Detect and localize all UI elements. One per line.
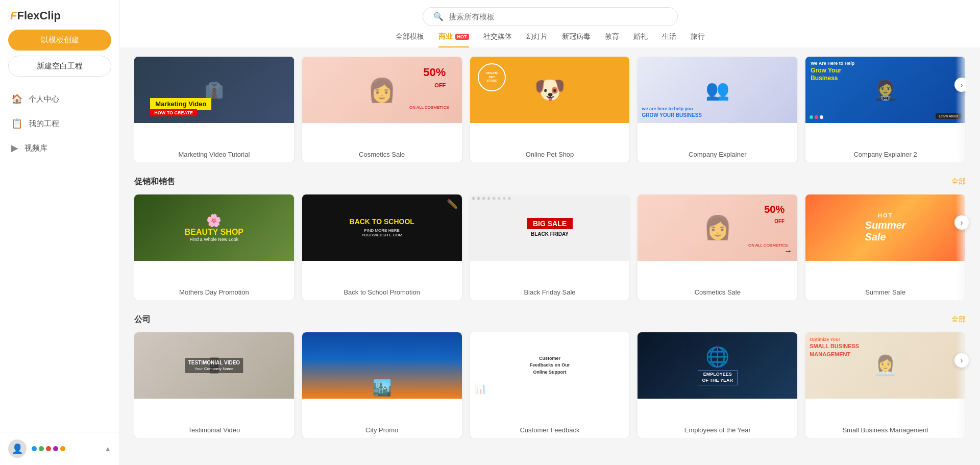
- template-card-back-to-school[interactable]: ✏️ BACK TO SCHOOL FIND MORE HEREYOURWEBS…: [302, 194, 462, 300]
- search-input[interactable]: [449, 12, 667, 21]
- thumbnail-cosmetics: 👩 50%OFF ON ALL COSMETICS: [302, 57, 462, 146]
- thumbnail-cosmetics-sale2: 👩 50%OFF ON ALL COSMETICS →: [638, 194, 797, 284]
- logo-f-icon: F: [10, 9, 17, 22]
- template-card-employees[interactable]: 🌐 EMPLOYEESOF THE YEAR Employees of the …: [638, 332, 797, 438]
- hot-badge: HOT: [455, 34, 469, 40]
- template-name-cosmetics: Cosmetics Sale: [302, 146, 462, 162]
- tab-covid[interactable]: 新冠病毒: [562, 32, 591, 47]
- template-card-cosmetics[interactable]: 👩 50%OFF ON ALL COSMETICS Cosmetics Sale: [302, 57, 462, 162]
- sidebar-nav: 🏠 个人中心 📋 我的工程 ▶ 视频库: [0, 87, 119, 432]
- color-palette: [32, 446, 65, 451]
- create-from-template-button[interactable]: 以模板创建: [8, 30, 111, 51]
- tab-commerce[interactable]: 商业 HOT: [438, 32, 469, 47]
- thumbnail-black-friday: ❄❄❄❄❄❄❄❄ BIG SALE BLACK FRIDAY: [470, 194, 630, 284]
- template-name-pet: Online Pet Shop: [470, 146, 630, 162]
- cosmetics2-detail: ON ALL COSMETICS: [748, 243, 788, 248]
- template-card-company2[interactable]: 🤵 We Are Here to HelpGrow YourBusiness L…: [805, 57, 965, 162]
- tab-slideshow[interactable]: 幻灯片: [526, 32, 548, 47]
- template-card-pet[interactable]: 🐶 ONLINEPETSTORE Online Pet Shop: [470, 57, 630, 162]
- employees-badge: EMPLOYEESOF THE YEAR: [698, 370, 738, 385]
- template-card-marketing[interactable]: 👔 Marketing Video HOW TO CREATE Marketin…: [134, 57, 294, 162]
- color-dot-red: [46, 446, 51, 451]
- promo-next-arrow[interactable]: ›: [954, 215, 969, 230]
- company-row-wrap: 📱 TESTIMONIAL VIDEOYour Company Name Tes…: [134, 332, 966, 438]
- thumbnail-back-to-school: ✏️ BACK TO SCHOOL FIND MORE HEREYOURWEBS…: [302, 194, 462, 284]
- sidebar-item-label-projects: 我的工程: [29, 119, 59, 129]
- template-card-small-biz[interactable]: 👩‍💼 Optimize YourSMALL BUSINESSMANAGEMEN…: [805, 332, 965, 438]
- tab-all[interactable]: 全部模板: [396, 32, 424, 47]
- people-icon: 👥: [705, 79, 729, 101]
- thumbnail-customer-feedback: CustomerFeedbacks on OurOnline Support 📊: [470, 332, 630, 422]
- search-bar-section: 🔍 全部模板 商业 HOT 社交媒体 幻灯片 新冠病毒 教育: [120, 0, 980, 47]
- beauty-shop-text: BEAUTY SHOP: [185, 228, 243, 237]
- company-section: 公司 全部 📱 TESTIMONIAL VIDEOYour Company Na…: [134, 314, 966, 438]
- school-sub: FIND MORE HEREYOURWEBSITE.COM: [361, 228, 402, 237]
- tab-life[interactable]: 生活: [662, 32, 676, 47]
- company-next-arrow[interactable]: ›: [954, 353, 969, 368]
- template-card-customer-feedback[interactable]: CustomerFeedbacks on OurOnline Support 📊…: [470, 332, 630, 438]
- projects-icon: 📋: [11, 118, 22, 129]
- cosmetics2-discount: 50%OFF: [764, 204, 785, 225]
- template-name-summer-sale: Summer Sale: [805, 284, 965, 300]
- promo-section-title: 促销和销售: [134, 177, 175, 187]
- color-dot-purple: [53, 446, 58, 451]
- category-tabs: 全部模板 商业 HOT 社交媒体 幻灯片 新冠病毒 教育 婚礼 生活: [120, 26, 980, 47]
- thumbnail-testimonial: 📱 TESTIMONIAL VIDEOYour Company Name: [134, 332, 294, 422]
- template-card-mothers-day[interactable]: 🌸 BEAUTY SHOP Find a Whole New Look Moth…: [134, 194, 294, 300]
- color-dot-blue: [32, 446, 37, 451]
- promo-all-link[interactable]: 全部: [951, 177, 966, 186]
- template-card-city[interactable]: 🏙️ City Promo: [302, 332, 462, 438]
- avatar: 👤: [8, 439, 27, 458]
- cosmetics-discount: 50%OFF: [423, 67, 446, 89]
- sidebar-item-library[interactable]: ▶ 视频库: [0, 136, 119, 160]
- beauty-shop-sub: Find a Whole New Look: [190, 237, 239, 242]
- template-card-company[interactable]: 👥 we are here to help youGROW YOUR BUSIN…: [638, 57, 797, 162]
- cosmetics-detail: ON ALL COSMETICS: [409, 105, 449, 110]
- template-card-summer-sale[interactable]: HOT SummerSale Summer Sale: [805, 194, 965, 300]
- template-name-company2: Company Explainer 2: [805, 146, 965, 162]
- row1-next-arrow[interactable]: ›: [954, 78, 966, 92]
- pet-store-badge: ONLINEPETSTORE: [478, 63, 506, 91]
- logo: FFlexClip: [0, 0, 119, 30]
- pencil-icon: ✏️: [447, 199, 458, 210]
- chart-icon: 📊: [474, 382, 487, 395]
- tab-travel[interactable]: 旅行: [691, 32, 705, 47]
- company-fade-right: [955, 332, 966, 438]
- template-name-customer-feedback: Customer Feedback: [470, 422, 630, 438]
- thumbnail-mothers-day: 🌸 BEAUTY SHOP Find a Whole New Look: [134, 194, 294, 284]
- template-row-promo: 🌸 BEAUTY SHOP Find a Whole New Look Moth…: [134, 194, 966, 300]
- template-row-company: 📱 TESTIMONIAL VIDEOYour Company Name Tes…: [134, 332, 966, 438]
- template-card-cosmetics-sale2[interactable]: 👩 50%OFF ON ALL COSMETICS → Cosmetics Sa…: [638, 194, 797, 300]
- thumbnail-small-biz: 👩‍💼 Optimize YourSMALL BUSINESSMANAGEMEN…: [805, 332, 965, 422]
- template-name-employees: Employees of the Year: [638, 422, 797, 438]
- marketing-subtitle-overlay: HOW TO CREATE: [150, 109, 197, 116]
- sidebar-item-personal[interactable]: 🏠 个人中心: [0, 87, 119, 111]
- template-card-black-friday[interactable]: ❄❄❄❄❄❄❄❄ BIG SALE BLACK FRIDAY Black Fri…: [470, 194, 630, 300]
- marketing-title-overlay: Marketing Video: [150, 98, 211, 110]
- library-icon: ▶: [11, 142, 18, 154]
- template-card-testimonial[interactable]: 📱 TESTIMONIAL VIDEOYour Company Name Tes…: [134, 332, 294, 438]
- thumbnail-summer-sale: HOT SummerSale: [805, 194, 965, 284]
- home-icon: 🏠: [11, 93, 22, 105]
- sidebar: FFlexClip 以模板创建 新建空白工程 🏠 个人中心 📋 我的工程 ▶ 视…: [0, 0, 120, 465]
- arrow-icon: →: [784, 247, 792, 256]
- globe-icon: 🌐: [705, 346, 729, 368]
- thumbnail-employees: 🌐 EMPLOYEESOF THE YEAR: [638, 332, 797, 422]
- thumbnail-city: 🏙️: [302, 332, 462, 422]
- new-blank-project-button[interactable]: 新建空白工程: [8, 56, 111, 77]
- company-section-title: 公司: [134, 314, 151, 325]
- row-fade-right: [955, 57, 966, 162]
- city-skyline-icon: 🏙️: [373, 379, 391, 399]
- template-name-cosmetics-sale2: Cosmetics Sale: [638, 284, 797, 300]
- top-template-row: 👔 Marketing Video HOW TO CREATE Marketin…: [134, 57, 966, 162]
- thumbnail-company2: 🤵 We Are Here to HelpGrow YourBusiness L…: [805, 57, 965, 146]
- customer-feedback-text: CustomerFeedbacks on OurOnline Support: [530, 355, 570, 376]
- search-input-wrap: 🔍: [423, 7, 678, 26]
- company-all-link[interactable]: 全部: [951, 315, 966, 324]
- tab-social[interactable]: 社交媒体: [483, 32, 512, 47]
- color-dot-orange: [60, 446, 65, 451]
- tab-education[interactable]: 教育: [605, 32, 619, 47]
- sidebar-item-projects[interactable]: 📋 我的工程: [0, 111, 119, 136]
- company2-decorations: [810, 115, 823, 119]
- tab-wedding[interactable]: 婚礼: [633, 32, 648, 47]
